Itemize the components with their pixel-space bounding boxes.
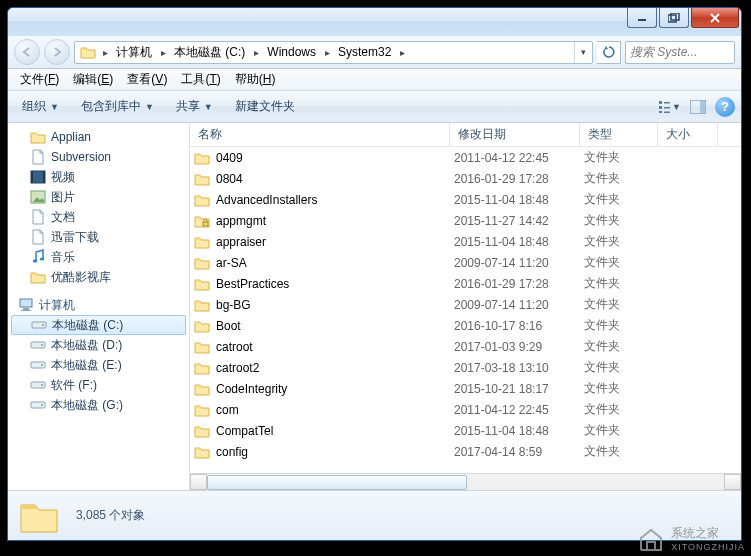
file-row[interactable]: appraiser 2015-11-04 18:48 文件夹 — [190, 231, 741, 252]
svg-rect-13 — [43, 171, 45, 183]
sidebar-item-label: Applian — [51, 130, 91, 144]
file-type: 文件夹 — [584, 254, 662, 271]
chevron-right-icon[interactable]: ▸ — [99, 47, 111, 58]
drive-icon — [30, 397, 46, 413]
chevron-right-icon[interactable]: ▸ — [250, 47, 262, 58]
new-folder-button[interactable]: 新建文件夹 — [227, 95, 303, 118]
crumb-system32[interactable]: System32 — [333, 42, 396, 63]
file-row[interactable]: config 2017-04-14 8:59 文件夹 — [190, 441, 741, 462]
menu-h[interactable]: 帮助(H) — [229, 69, 282, 90]
file-row[interactable]: 0409 2011-04-12 22:45 文件夹 — [190, 147, 741, 168]
content-area: ApplianSubversion视频图片文档迅雷下载音乐优酷影视库计算机本地磁… — [8, 123, 741, 490]
organize-button[interactable]: 组织▼ — [14, 95, 67, 118]
sidebar-item[interactable]: 视频 — [8, 167, 189, 187]
sidebar-item[interactable]: 优酷影视库 — [8, 267, 189, 287]
chevron-right-icon[interactable]: ▸ — [157, 47, 169, 58]
file-list-pane: 名称 修改日期 类型 大小 0409 2011-04-12 22:45 文件夹 … — [190, 123, 741, 490]
file-name: appraiser — [216, 235, 266, 249]
sidebar-drive[interactable]: 本地磁盘 (C:) — [11, 315, 186, 335]
column-type[interactable]: 类型 — [580, 123, 658, 146]
menu-t[interactable]: 工具(T) — [175, 69, 226, 90]
file-type: 文件夹 — [584, 233, 662, 250]
include-library-button[interactable]: 包含到库中▼ — [73, 95, 162, 118]
minimize-button[interactable] — [627, 8, 657, 28]
titlebar[interactable] — [8, 8, 741, 36]
branding-watermark: 系统之家XITONGZHIJIA — [637, 525, 745, 552]
sidebar-item[interactable]: 文档 — [8, 207, 189, 227]
video-icon — [30, 169, 46, 185]
file-row[interactable]: CodeIntegrity 2015-10-21 18:17 文件夹 — [190, 378, 741, 399]
sidebar-drive[interactable]: 本地磁盘 (E:) — [8, 355, 189, 375]
preview-pane-button[interactable] — [687, 96, 709, 118]
crumb-computer[interactable]: 计算机 — [111, 42, 157, 63]
file-row[interactable]: Boot 2016-10-17 8:16 文件夹 — [190, 315, 741, 336]
svg-rect-4 — [659, 106, 662, 109]
file-row[interactable]: 0804 2016-01-29 17:28 文件夹 — [190, 168, 741, 189]
sidebar-drive[interactable]: 本地磁盘 (D:) — [8, 335, 189, 355]
file-row[interactable]: bg-BG 2009-07-14 11:20 文件夹 — [190, 294, 741, 315]
file-name: catroot — [216, 340, 253, 354]
share-button[interactable]: 共享▼ — [168, 95, 221, 118]
file-row[interactable]: ar-SA 2009-07-14 11:20 文件夹 — [190, 252, 741, 273]
crumb-drive[interactable]: 本地磁盘 (C:) — [169, 42, 250, 63]
file-row[interactable]: BestPractices 2016-01-29 17:28 文件夹 — [190, 273, 741, 294]
file-row[interactable]: CompatTel 2015-11-04 18:48 文件夹 — [190, 420, 741, 441]
file-date: 2015-11-04 18:48 — [454, 193, 584, 207]
column-date[interactable]: 修改日期 — [450, 123, 580, 146]
sidebar-drive[interactable]: 本地磁盘 (G:) — [8, 395, 189, 415]
horizontal-scrollbar[interactable] — [190, 473, 741, 490]
file-row[interactable]: catroot 2017-01-03 9:29 文件夹 — [190, 336, 741, 357]
file-name: CompatTel — [216, 424, 273, 438]
folder-icon — [194, 381, 210, 397]
menu-v[interactable]: 查看(V) — [121, 69, 173, 90]
svg-point-26 — [41, 364, 43, 366]
svg-point-28 — [41, 384, 43, 386]
doc-icon — [30, 209, 46, 225]
close-button[interactable] — [691, 8, 739, 28]
folder-icon — [194, 276, 210, 292]
search-input[interactable]: 搜索 Syste... — [625, 41, 735, 64]
svg-point-15 — [34, 194, 37, 197]
help-button[interactable]: ? — [715, 97, 735, 117]
sidebar-computer-header[interactable]: 计算机 — [8, 295, 189, 315]
nav-back-button[interactable] — [14, 39, 40, 65]
view-mode-button[interactable]: ▼ — [659, 96, 681, 118]
nav-forward-button[interactable] — [44, 39, 70, 65]
sidebar-item[interactable]: 迅雷下载 — [8, 227, 189, 247]
sidebar-item[interactable]: 音乐 — [8, 247, 189, 267]
chevron-down-icon: ▼ — [50, 102, 59, 112]
column-size[interactable]: 大小 — [658, 123, 718, 146]
column-name[interactable]: 名称 — [190, 123, 450, 146]
file-date: 2015-11-27 14:42 — [454, 214, 584, 228]
maximize-button[interactable] — [659, 8, 689, 28]
sidebar-item[interactable]: Applian — [8, 127, 189, 147]
breadcrumb[interactable]: ▸ 计算机▸ 本地磁盘 (C:)▸ Windows▸ System32▸ ▾ — [74, 41, 593, 64]
file-row[interactable]: catroot2 2017-03-18 13:10 文件夹 — [190, 357, 741, 378]
scrollbar-thumb[interactable] — [207, 475, 467, 490]
folder-icon — [30, 269, 46, 285]
address-dropdown[interactable]: ▾ — [574, 42, 592, 63]
file-name: ar-SA — [216, 256, 247, 270]
menu-e[interactable]: 编辑(E) — [67, 69, 119, 90]
file-row[interactable]: com 2011-04-12 22:45 文件夹 — [190, 399, 741, 420]
folder-lock-icon — [194, 213, 210, 229]
sidebar-item[interactable]: Subversion — [8, 147, 189, 167]
svg-rect-12 — [31, 171, 33, 183]
chevron-right-icon[interactable]: ▸ — [321, 47, 333, 58]
sidebar-item[interactable]: 图片 — [8, 187, 189, 207]
chevron-right-icon[interactable]: ▸ — [396, 47, 408, 58]
navigation-sidebar[interactable]: ApplianSubversion视频图片文档迅雷下载音乐优酷影视库计算机本地磁… — [8, 123, 190, 490]
file-row[interactable]: AdvancedInstallers 2015-11-04 18:48 文件夹 — [190, 189, 741, 210]
statusbar: 3,085 个对象 — [8, 490, 741, 540]
file-type: 文件夹 — [584, 380, 662, 397]
menu-f[interactable]: 文件(F) — [14, 69, 65, 90]
drive-icon — [30, 377, 46, 393]
file-row[interactable]: appmgmt 2015-11-27 14:42 文件夹 — [190, 210, 741, 231]
sidebar-item-label: 图片 — [51, 189, 75, 206]
crumb-windows[interactable]: Windows — [262, 42, 321, 63]
file-list[interactable]: 0409 2011-04-12 22:45 文件夹 0804 2016-01-2… — [190, 147, 741, 473]
refresh-button[interactable] — [597, 41, 621, 64]
sidebar-drive[interactable]: 软件 (F:) — [8, 375, 189, 395]
sidebar-item-label: 视频 — [51, 169, 75, 186]
svg-point-30 — [41, 404, 43, 406]
